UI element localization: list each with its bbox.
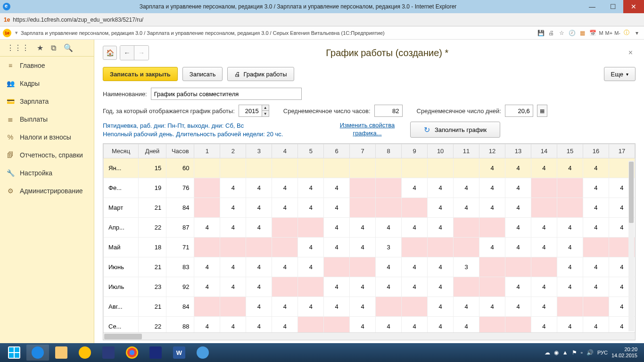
history-icon[interactable]: 🕗	[568, 29, 576, 37]
star-icon[interactable]: ★	[37, 43, 43, 52]
cell-day[interactable]: 4	[246, 178, 272, 198]
cell-day[interactable]	[479, 257, 505, 277]
cell-day[interactable]	[220, 297, 246, 317]
col-month[interactable]: Месяц	[104, 144, 139, 158]
col-day-6[interactable]: 6	[324, 144, 350, 158]
minimize-button[interactable]: —	[582, 0, 603, 13]
cell-day[interactable]	[376, 198, 402, 218]
cell-day[interactable]: 4	[557, 158, 583, 178]
cell-day[interactable]: 4	[350, 317, 376, 333]
m-minus-button[interactable]: M-	[614, 30, 620, 36]
cell-day[interactable]: 4	[350, 238, 376, 257]
cell-day[interactable]	[454, 158, 479, 178]
change-properties-link[interactable]: Изменить свойства графика...	[332, 122, 403, 138]
search-icon[interactable]: 🔍	[64, 43, 73, 52]
cell-day[interactable]	[428, 238, 454, 257]
cell-day[interactable]: 4	[505, 218, 531, 238]
cell-day[interactable]: 4	[428, 218, 454, 238]
col-day-15[interactable]: 15	[557, 144, 583, 158]
tb-app2[interactable]	[144, 345, 167, 361]
cell-day[interactable]: 4	[298, 297, 324, 317]
cell-day[interactable]: 4	[583, 198, 609, 218]
cell-day[interactable]: 4	[376, 317, 402, 333]
cell-day[interactable]	[272, 238, 298, 257]
cell-day[interactable]	[324, 257, 350, 277]
cell-day[interactable]	[246, 158, 272, 178]
col-day-1[interactable]: 1	[194, 144, 220, 158]
year-down-icon[interactable]: ▼	[262, 111, 269, 116]
m-plus-button[interactable]: M+	[605, 30, 613, 36]
windows-icon[interactable]: ⧉	[51, 44, 56, 52]
table-row[interactable]: Март218444444444444	[104, 198, 635, 218]
sidebar-item-3[interactable]: ≣Выплаты	[0, 110, 94, 128]
favorite-icon[interactable]: ☆	[557, 29, 566, 37]
cell-day[interactable]	[194, 158, 220, 178]
cell-day[interactable]: 4	[350, 218, 376, 238]
cell-day[interactable]	[220, 158, 246, 178]
more-button[interactable]: Еще	[604, 67, 636, 81]
avg-days-input[interactable]	[505, 105, 533, 117]
tb-word[interactable]: W	[168, 345, 190, 361]
tray-network-icon[interactable]: ⚑	[572, 349, 577, 356]
cell-day[interactable]: 4	[402, 317, 428, 333]
cell-day[interactable]: 4	[531, 317, 557, 333]
sidebar-item-0[interactable]: ≡Главное	[0, 57, 94, 74]
cell-day[interactable]: 4	[324, 297, 350, 317]
col-day-3[interactable]: 3	[246, 144, 272, 158]
col-day-17[interactable]: 17	[609, 144, 635, 158]
cell-day[interactable]	[194, 198, 220, 218]
cell-day[interactable]	[531, 198, 557, 218]
col-day-9[interactable]: 9	[402, 144, 428, 158]
cell-day[interactable]: 4	[220, 317, 246, 333]
cell-day[interactable]: 4	[479, 198, 505, 218]
dropdown-icon[interactable]: ▾	[633, 29, 641, 37]
start-button[interactable]	[3, 345, 25, 361]
sidebar-item-7[interactable]: ⚙Администрирование	[0, 182, 94, 200]
close-button[interactable]: ✕	[623, 0, 644, 13]
cell-day[interactable]	[531, 178, 557, 198]
cell-day[interactable]: 4	[194, 317, 220, 333]
tb-chrome[interactable]	[121, 345, 143, 361]
col-day-14[interactable]: 14	[531, 144, 557, 158]
cell-day[interactable]: 4	[454, 297, 479, 317]
cell-day[interactable]: 4	[505, 178, 531, 198]
cell-day[interactable]: 4	[531, 238, 557, 257]
system-tray[interactable]: ☁ ◉ ▲ ⚑ ▫ 🔊 РУС 20:20 14.02.2015	[545, 346, 641, 359]
cell-day[interactable]: 4	[505, 297, 531, 317]
cell-day[interactable]: 4	[376, 257, 402, 277]
cell-day[interactable]: 4	[220, 277, 246, 297]
cell-day[interactable]: 4	[298, 198, 324, 218]
cell-day[interactable]: 4	[531, 218, 557, 238]
table-row[interactable]: Се...22884444444444444	[104, 317, 635, 333]
save-button[interactable]: Записать	[182, 67, 223, 81]
maximize-button[interactable]: ☐	[603, 0, 623, 13]
cell-day[interactable]: 4	[376, 277, 402, 297]
cell-day[interactable]: 4	[583, 218, 609, 238]
cell-day[interactable]	[350, 198, 376, 218]
print-icon[interactable]: 🖨	[547, 29, 555, 37]
tray-cloud-icon[interactable]: ☁	[545, 349, 550, 356]
cell-day[interactable]	[454, 218, 479, 238]
col-day-8[interactable]: 8	[376, 144, 402, 158]
dropdown-icon[interactable]: ▾	[15, 30, 18, 36]
cell-day[interactable]	[505, 257, 531, 277]
col-days[interactable]: Дней	[139, 144, 166, 158]
cell-day[interactable]	[402, 158, 428, 178]
cell-day[interactable]: 4	[402, 218, 428, 238]
table-row[interactable]: Ян...156044444	[104, 158, 635, 178]
tray-flag-icon[interactable]: ▫	[581, 349, 583, 356]
cell-day[interactable]	[298, 317, 324, 333]
col-day-12[interactable]: 12	[479, 144, 505, 158]
cell-day[interactable]: 4	[376, 218, 402, 238]
cell-day[interactable]: 4	[220, 198, 246, 218]
cell-day[interactable]	[428, 158, 454, 178]
cell-day[interactable]	[324, 317, 350, 333]
home-button[interactable]: 🏠	[103, 46, 117, 60]
calculator-icon[interactable]: ▦	[578, 29, 586, 37]
cell-day[interactable]: 3	[376, 238, 402, 257]
cell-day[interactable]	[272, 277, 298, 297]
cell-day[interactable]: 4	[246, 297, 272, 317]
col-day-7[interactable]: 7	[350, 144, 376, 158]
back-button[interactable]: ←	[120, 46, 134, 60]
col-day-13[interactable]: 13	[505, 144, 531, 158]
